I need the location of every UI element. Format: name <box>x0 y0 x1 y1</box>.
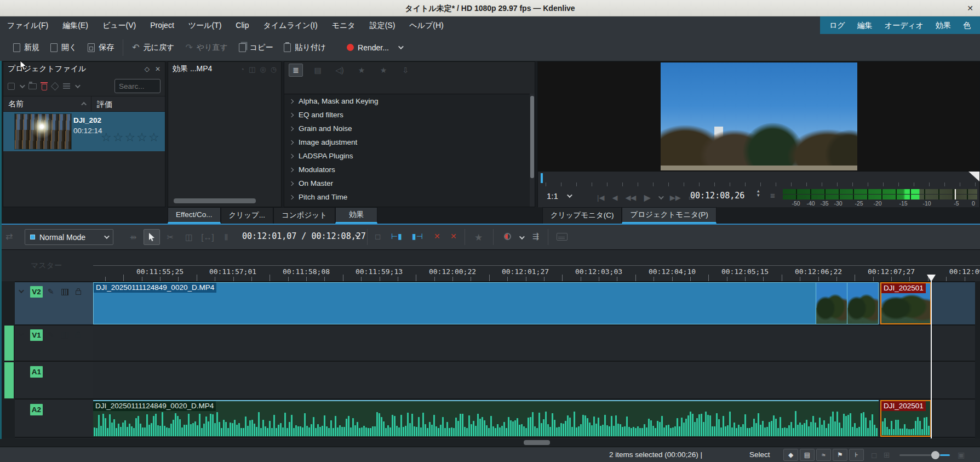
horizontal-scrollbar[interactable] <box>174 198 256 203</box>
tab-project-monitor[interactable]: プロジェクトモニタ(P) <box>622 207 716 224</box>
effects-category[interactable]: Reverb, Echo and Delays <box>284 204 530 207</box>
track-badge[interactable]: A1 <box>30 366 43 378</box>
edit-mode-select[interactable]: Normal Mode <box>25 229 113 245</box>
razor-tool-icon[interactable]: ✂ <box>162 229 179 245</box>
expand-chevron-icon[interactable] <box>289 126 294 130</box>
view-options-icon[interactable] <box>63 83 70 89</box>
rating-stars[interactable]: ☆☆☆☆☆ <box>101 130 161 145</box>
record-icon[interactable] <box>504 233 511 240</box>
track-badge[interactable]: A2 <box>30 404 43 415</box>
layout-color[interactable]: 色 <box>957 16 977 34</box>
effects-category[interactable]: Image adjustment <box>284 135 530 149</box>
audio-clip[interactable]: DJI_20250111124849_0020_D.MP4 <box>93 400 879 437</box>
scrollbar-handle[interactable] <box>524 440 550 445</box>
track-badge[interactable]: V2 <box>30 286 43 298</box>
forward-icon[interactable]: ▶▶ <box>670 193 681 202</box>
tab-clip-monitor[interactable]: クリップモニタ(C) <box>542 207 622 224</box>
video-clip[interactable]: DJI_20250111124849_0020_D.MP4 <box>93 282 879 324</box>
timeline-options-icon[interactable]: ⇄ <box>5 232 13 241</box>
menu-file[interactable]: ファイル(F) <box>0 16 55 34</box>
name-column-header[interactable]: 名前 <box>3 99 91 109</box>
tag-toggle-icon[interactable]: ◆ <box>783 449 798 461</box>
monitor-seek-bar[interactable] <box>538 171 979 186</box>
menu-help[interactable]: ヘルプ(H) <box>402 16 450 34</box>
play-icon[interactable]: ▶ <box>644 192 650 203</box>
layout-editing[interactable]: 編集 <box>851 16 879 34</box>
selected-audio-clip[interactable]: DJI_202501 <box>880 400 931 437</box>
expand-chevron-icon[interactable] <box>289 140 294 144</box>
delete-out-icon[interactable]: ✕ <box>450 232 457 241</box>
expand-chevron-icon[interactable] <box>289 112 294 117</box>
thumbnails-toggle-icon[interactable]: ▤ <box>800 449 815 461</box>
paste-button[interactable]: 貼り付け <box>278 38 331 57</box>
create-folder-icon[interactable] <box>28 83 37 89</box>
mixer-icon[interactable]: ⇶ <box>532 232 539 241</box>
edit-track-icon[interactable]: ✎ <box>48 287 54 296</box>
filter-chevron-icon[interactable] <box>75 83 81 88</box>
snap-toggle-icon[interactable]: ⊦ <box>849 449 864 461</box>
lock-icon[interactable] <box>76 334 81 338</box>
master-track-label[interactable]: マスター <box>31 261 62 271</box>
redo-button[interactable]: ↷ やり直す <box>180 38 233 57</box>
zoom-in-icon[interactable]: ▣ <box>958 450 965 459</box>
timecode-spinner[interactable]: ▴▾ <box>757 189 760 197</box>
expand-chevron-icon[interactable] <box>289 99 294 103</box>
timeline-ruler[interactable]: マスター 00:11:55;25 00:11:57;01 00:11:58;08… <box>0 249 980 281</box>
favorite-effects-icon[interactable]: ★ <box>474 232 483 243</box>
zoom-out-icon[interactable]: ⊞ <box>884 450 890 459</box>
video-target-indicator[interactable] <box>4 326 14 361</box>
tab-clip-properties[interactable]: クリップ... <box>221 207 274 224</box>
menu-tools[interactable]: ツール(T) <box>181 16 229 34</box>
selected-video-clip[interactable]: DJI_202501 <box>880 282 931 324</box>
menu-edit[interactable]: 編集(E) <box>55 16 95 34</box>
monitor-timecode[interactable]: 00:12:08,26 <box>690 191 744 201</box>
edit-track-icon[interactable]: ✎ <box>48 330 54 339</box>
layout-audio[interactable]: オーディオ <box>879 16 930 34</box>
layout-log[interactable]: ログ <box>823 16 851 34</box>
save-button[interactable]: 保存 <box>82 38 119 57</box>
film-icon[interactable] <box>61 289 68 295</box>
chevron-down-icon[interactable] <box>658 194 664 199</box>
delete-in-icon[interactable]: ✕ <box>434 232 440 241</box>
new-button[interactable]: 新規 <box>8 38 45 57</box>
rating-column-header[interactable]: 評価 <box>91 96 165 111</box>
mix-clips-icon[interactable]: ◻ <box>375 232 381 241</box>
close-panel-icon[interactable]: ✕ <box>155 65 161 73</box>
menu-view[interactable]: ビュー(V) <box>95 16 143 34</box>
markers-toggle-icon[interactable]: ⚑ <box>833 449 847 461</box>
open-button[interactable]: 開く <box>45 38 82 57</box>
collapse-track-icon[interactable] <box>19 288 24 293</box>
download-effects-icon[interactable]: ⇩ <box>398 64 412 77</box>
tab-effects[interactable]: 効果 <box>335 207 377 224</box>
playhead-handle[interactable] <box>927 275 936 282</box>
track-header-a1[interactable]: A1 <box>15 362 93 398</box>
track-tool-icon[interactable]: ⇻ <box>125 229 141 245</box>
zone-in-icon[interactable]: ⊢▮ <box>391 232 402 241</box>
collapse-track-icon[interactable] <box>19 331 24 336</box>
expand-chevron-icon[interactable] <box>289 181 294 185</box>
expand-chevron-icon[interactable] <box>289 195 294 199</box>
snapshot-icon[interactable]: ◔ <box>240 65 244 73</box>
expand-chevron-icon[interactable] <box>289 153 294 158</box>
undo-button[interactable]: ↶ 元に戻す <box>127 38 180 57</box>
track-header-a2[interactable]: A2 <box>15 400 93 437</box>
bin-clip-row[interactable]: DJI_202 00:12:14 ☆☆☆☆☆ <box>3 112 165 151</box>
close-window-button[interactable]: ✕ <box>967 0 973 16</box>
chevron-down-icon[interactable] <box>20 83 25 88</box>
show-all-effects-icon[interactable]: ≣ <box>289 64 303 77</box>
compare-icon[interactable]: ◫ <box>249 65 255 73</box>
menu-project[interactable]: Project <box>143 16 181 34</box>
effects-category[interactable]: Pitch and Time <box>284 190 530 204</box>
timer-icon[interactable]: ◷ <box>271 65 277 73</box>
delete-icon[interactable] <box>42 84 47 90</box>
tab-compositions[interactable]: コンポジット <box>273 207 335 224</box>
float-panel-icon[interactable]: ◇ <box>145 65 150 73</box>
ripple-tool-icon[interactable]: [↔] <box>199 229 216 245</box>
tab-effect-compositions[interactable]: Effect/Co... <box>168 207 221 224</box>
monitor-position-marker[interactable] <box>541 173 543 183</box>
menu-monitor[interactable]: モニタ <box>325 16 363 34</box>
timeline-horizontal-scrollbar[interactable] <box>0 438 980 447</box>
chevron-down-icon[interactable] <box>519 234 525 239</box>
subtitles-icon[interactable] <box>557 233 568 241</box>
film-icon[interactable] <box>61 332 68 339</box>
